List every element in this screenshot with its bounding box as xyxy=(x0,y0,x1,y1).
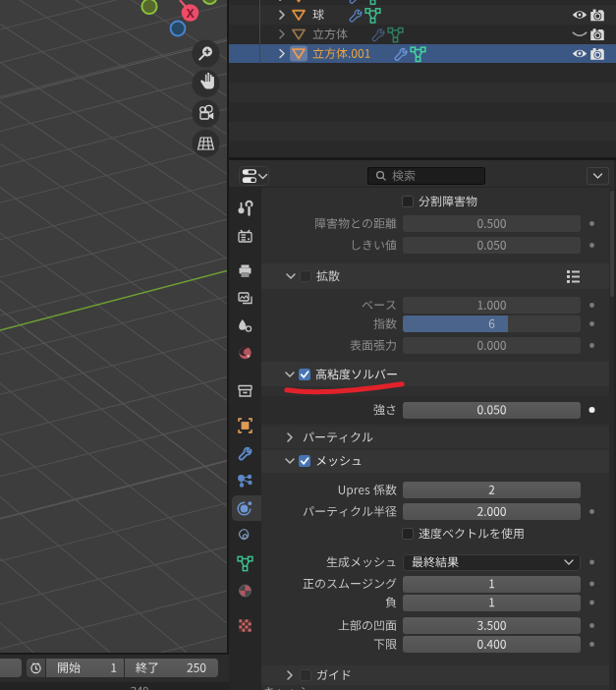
svg-text:X: X xyxy=(186,7,194,21)
